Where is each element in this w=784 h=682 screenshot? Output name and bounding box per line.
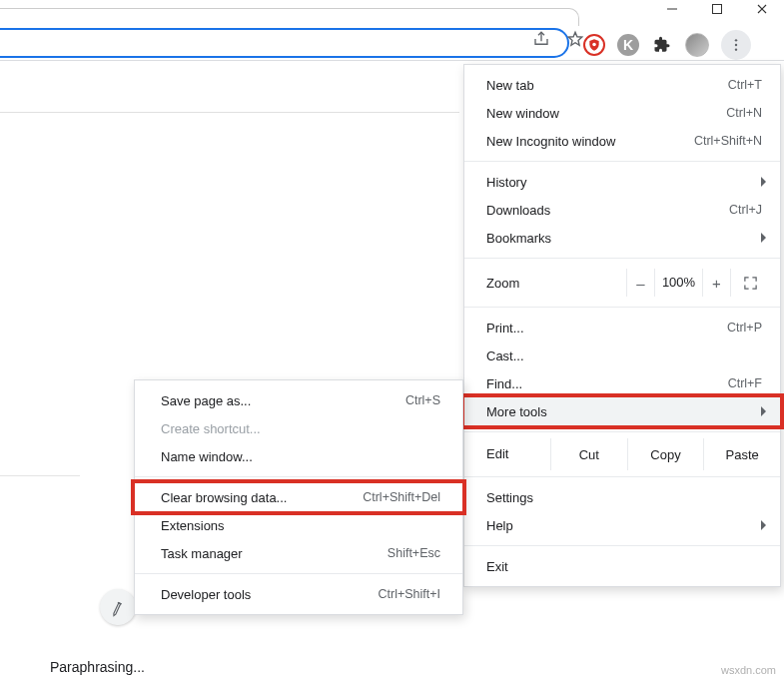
svg-point-5 (592, 43, 596, 47)
share-icon[interactable] (531, 29, 551, 49)
menu-label: Downloads (486, 203, 729, 218)
chrome-menu-button[interactable] (721, 30, 751, 60)
chevron-right-icon (761, 233, 766, 243)
menu-shortcut: Ctrl+Shift+N (694, 134, 762, 148)
submenu-label: Name window... (161, 449, 440, 464)
submenu-label: Task manager (161, 546, 388, 561)
submenu-label: Create shortcut... (161, 421, 440, 436)
k-extension-icon[interactable]: K (617, 34, 639, 56)
submenu-label: Extensions (161, 518, 440, 533)
watermark: wsxdn.com (721, 664, 776, 676)
submenu-create-shortcut: Create shortcut... (135, 414, 462, 442)
more-tools-submenu: Save page as... Ctrl+S Create shortcut..… (134, 379, 463, 615)
edit-label: Edit (464, 438, 550, 470)
menu-shortcut: Ctrl+T (728, 78, 762, 92)
menu-new-window[interactable]: New window Ctrl+N (464, 99, 780, 127)
menu-shortcut: Ctrl+N (726, 106, 762, 120)
minimize-button[interactable] (649, 0, 694, 18)
content-divider-2 (0, 475, 80, 476)
menu-print[interactable]: Print... Ctrl+P (464, 314, 780, 341)
menu-label: Bookmarks (486, 231, 762, 246)
menu-settings[interactable]: Settings (464, 483, 780, 511)
svg-point-7 (735, 44, 737, 46)
menu-label: History (486, 175, 762, 190)
edit-cut-button[interactable]: Cut (550, 438, 627, 470)
menu-label: Cast... (486, 348, 762, 363)
menu-label: New Incognito window (486, 134, 694, 149)
zoom-in-button[interactable]: + (702, 269, 730, 297)
submenu-label: Save page as... (161, 393, 405, 408)
zoom-out-button[interactable]: – (626, 269, 654, 297)
menu-label: Help (486, 518, 762, 533)
chevron-right-icon (761, 406, 766, 416)
menu-label: New window (486, 106, 726, 121)
submenu-task-manager[interactable]: Task manager Shift+Esc (135, 539, 462, 567)
zoom-level: 100% (654, 269, 702, 297)
chrome-main-menu: New tab Ctrl+T New window Ctrl+N New Inc… (463, 64, 781, 587)
menu-zoom: Zoom – 100% + (464, 265, 780, 301)
star-icon[interactable] (565, 29, 585, 49)
profile-avatar[interactable] (685, 33, 709, 57)
maximize-button[interactable] (694, 0, 739, 18)
menu-label: Exit (486, 559, 762, 574)
menu-new-tab[interactable]: New tab Ctrl+T (464, 71, 780, 99)
submenu-shortcut: Ctrl+Shift+I (378, 587, 440, 601)
submenu-label: Clear browsing data... (161, 490, 363, 505)
menu-incognito[interactable]: New Incognito window Ctrl+Shift+N (464, 127, 780, 155)
menu-history[interactable]: History (464, 168, 780, 196)
menu-downloads[interactable]: Downloads Ctrl+J (464, 196, 780, 224)
menu-label: Find... (486, 376, 728, 391)
extensions-icon[interactable] (651, 34, 673, 56)
edit-copy-button[interactable]: Copy (627, 438, 704, 470)
menu-cast[interactable]: Cast... (464, 341, 780, 369)
menu-bookmarks[interactable]: Bookmarks (464, 224, 780, 252)
svg-marker-4 (568, 32, 582, 45)
submenu-label: Developer tools (161, 587, 378, 602)
svg-point-8 (735, 48, 737, 50)
chevron-right-icon (761, 520, 766, 530)
submenu-shortcut: Ctrl+Shift+Del (363, 490, 440, 504)
content-divider (0, 112, 459, 113)
svg-point-6 (735, 39, 737, 41)
submenu-name-window[interactable]: Name window... (135, 442, 462, 470)
menu-label: Print... (486, 321, 727, 336)
menu-shortcut: Ctrl+P (727, 321, 762, 335)
submenu-shortcut: Shift+Esc (388, 546, 440, 560)
chevron-right-icon (761, 177, 766, 187)
ublock-extension-icon[interactable] (583, 34, 605, 56)
menu-shortcut: Ctrl+J (729, 203, 762, 217)
menu-exit[interactable]: Exit (464, 552, 780, 580)
zoom-label: Zoom (486, 276, 626, 291)
menu-edit: Edit Cut Copy Paste (464, 438, 780, 470)
tab-strip-edge (0, 8, 579, 26)
fullscreen-button[interactable] (730, 269, 770, 297)
window-controls (649, 0, 784, 18)
submenu-clear-browsing-data[interactable]: Clear browsing data... Ctrl+Shift+Del (135, 483, 462, 511)
menu-label: More tools (486, 404, 762, 419)
submenu-save-page[interactable]: Save page as... Ctrl+S (135, 386, 462, 414)
menu-find[interactable]: Find... Ctrl+F (464, 369, 780, 397)
menu-label: Settings (486, 490, 762, 505)
menu-more-tools[interactable]: More tools (464, 397, 780, 425)
submenu-extensions[interactable]: Extensions (135, 511, 462, 539)
submenu-shortcut: Ctrl+S (405, 393, 440, 407)
toolbar-divider (0, 60, 784, 61)
close-button[interactable] (739, 0, 784, 18)
extension-row: K (583, 30, 751, 60)
address-bar[interactable] (0, 28, 569, 58)
status-text: Paraphrasing... (50, 659, 145, 675)
menu-label: New tab (486, 78, 728, 93)
menu-shortcut: Ctrl+F (728, 376, 762, 390)
submenu-developer-tools[interactable]: Developer tools Ctrl+Shift+I (135, 580, 462, 608)
svg-rect-1 (712, 5, 721, 14)
menu-help[interactable]: Help (464, 511, 780, 539)
edit-paste-button[interactable]: Paste (703, 438, 780, 470)
